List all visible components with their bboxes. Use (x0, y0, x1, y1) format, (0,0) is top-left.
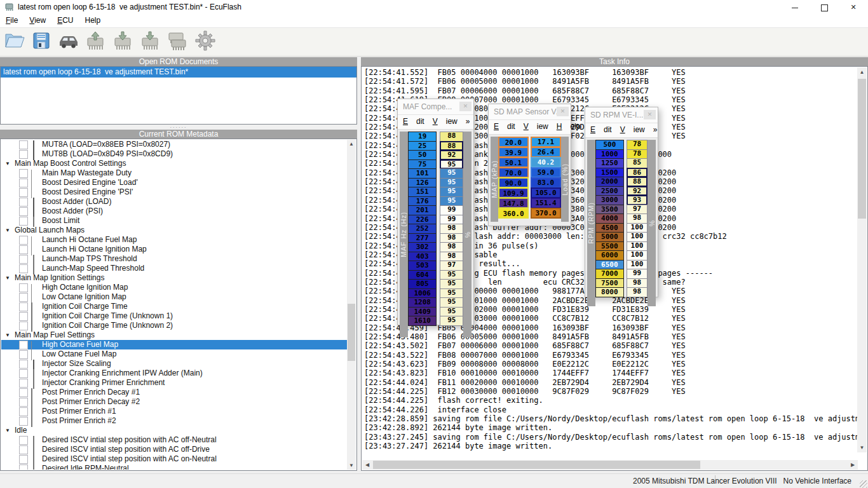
collapse-triangle-icon[interactable]: ▼ (5, 226, 10, 235)
tree-item-injector-size-scaling[interactable]: Injector Size Scaling (1, 359, 348, 369)
axis-cell[interactable]: 75 (408, 159, 437, 170)
tree-group-main-map-boost-control-settings[interactable]: ▼Main Map Boost Control Settings (1, 159, 348, 168)
axis-cell[interactable]: 151 (408, 187, 437, 197)
value-cell[interactable]: 88 (440, 141, 463, 151)
tree-item-checkbox[interactable] (19, 350, 28, 359)
value-cell[interactable]: 95 (440, 178, 463, 188)
close-icon[interactable]: ✕ (459, 102, 471, 111)
axis-cell[interactable]: 604 (408, 270, 437, 280)
collapse-triangle-icon[interactable]: ▼ (5, 330, 10, 340)
toolbar-vehicle-button[interactable] (56, 29, 81, 53)
tree-item-post-primer-enrich-2[interactable]: Post Primer Enrich #2 (1, 416, 348, 426)
axis-cell[interactable]: 252 (408, 224, 437, 234)
axis-cell[interactable]: 805 (408, 279, 437, 289)
tree-item-checkbox[interactable] (19, 188, 28, 197)
tree-item-checkbox[interactable] (19, 207, 28, 216)
menu-help[interactable]: Help (557, 122, 581, 131)
axis-cell[interactable]: 8000 (595, 287, 624, 297)
tree-item-post-primer-enrich-decay-1[interactable]: Post Primer Enrich Decay #1 (1, 388, 348, 397)
open-rom-documents-list[interactable]: latest rom open loop 6-15-18 ve adjustme… (0, 66, 357, 125)
axis-cell[interactable]: 6000 (595, 250, 624, 261)
tool-window-title[interactable]: MAF Compe...✕ (398, 99, 473, 115)
value-cell[interactable]: 97 (627, 205, 648, 215)
tree-item-boost-desired-engine-load-[interactable]: Boost Desired Engine 'Load' (1, 178, 348, 187)
tool-window-map[interactable]: SD MAP Sensor V...✕EditViewHelpMAP (kPa)… (488, 104, 571, 226)
scroll-down-icon[interactable]: ▼ (857, 445, 867, 451)
tool-window-title[interactable]: SD MAP Sensor V...✕ (489, 104, 571, 120)
menu-edit[interactable]: Edit (403, 117, 424, 126)
tree-item-post-primer-enrich-1[interactable]: Post Primer Enrich #1 (1, 407, 348, 416)
tree-item-checkbox[interactable] (19, 283, 28, 292)
tree-item-checkbox[interactable] (19, 341, 28, 349)
axis-cell[interactable]: 5000 (595, 232, 624, 242)
value-cell[interactable]: 98 (440, 224, 463, 234)
tree-item-launch-map-tps-threshold[interactable]: Launch-Map TPS Threshold (1, 254, 348, 264)
value-cell[interactable]: 88 (440, 132, 463, 142)
axis-cell[interactable]: 7500 (595, 278, 624, 288)
value-cell[interactable]: 98 (440, 242, 463, 252)
axis-cell[interactable]: 2500 (595, 186, 624, 196)
value-cell[interactable]: 370.0 (531, 208, 561, 219)
close-icon[interactable]: ✕ (644, 110, 656, 119)
axis-cell[interactable]: 70.0 (498, 167, 529, 178)
axis-cell[interactable]: 19 (408, 132, 437, 142)
tree-scrollbar-thumb[interactable] (348, 304, 355, 361)
toolbar-compare-ecu-button[interactable] (165, 29, 191, 53)
tree-item-mut8b-load-0x8d49-psi-0x8cd9-[interactable]: MUT8B (LOAD=0x8D49 PSI=0x8CD9) (1, 149, 348, 159)
value-cell[interactable]: 95 (440, 297, 463, 308)
menu-view[interactable]: View (524, 122, 548, 131)
menu-edit[interactable]: Edit (590, 125, 612, 134)
axis-cell[interactable]: 126 (408, 178, 437, 188)
value-cell[interactable]: 99 (627, 269, 648, 279)
menu-view[interactable]: View (433, 117, 458, 126)
value-cell[interactable]: 83.0 (531, 177, 561, 188)
value-cell[interactable]: 100 (627, 260, 648, 270)
axis-cell[interactable]: 3500 (595, 205, 624, 215)
tree-item-ignition-coil-charge-time-unknown-1-[interactable]: Ignition Coil Charge Time (Unknown 1) (1, 311, 348, 321)
axis-cell[interactable]: 90.0 (498, 177, 529, 188)
axis-cell[interactable]: 1500 (595, 168, 624, 178)
value-cell[interactable]: 100 (627, 232, 648, 242)
menu-edit[interactable]: Edit (494, 122, 515, 131)
tree-group-main-map-fuel-settings[interactable]: ▼Main Map Fuel Settings (1, 330, 348, 340)
collapse-triangle-icon[interactable]: ▼ (5, 273, 10, 283)
axis-cell[interactable]: 101 (408, 168, 437, 179)
tree-item-desired-idle-rpm-neutral[interactable]: Desired Idle RPM-Neutral (1, 464, 348, 470)
tree-group-idle[interactable]: ▼Idle (1, 426, 348, 435)
menu-file[interactable]: File (0, 14, 24, 25)
value-cell[interactable]: 97 (440, 261, 463, 271)
scroll-up-icon[interactable]: ▲ (857, 69, 867, 75)
value-cell[interactable]: 95 (440, 159, 463, 170)
tree-item-checkbox[interactable] (19, 379, 28, 388)
axis-cell[interactable]: 1208 (408, 297, 437, 308)
value-cell[interactable]: 100 (627, 223, 648, 233)
value-cell[interactable]: 40.2 (531, 157, 561, 168)
axis-cell[interactable]: 201 (408, 205, 437, 215)
axis-cell[interactable]: 4000 (595, 214, 624, 224)
close-icon[interactable]: ✕ (557, 107, 569, 116)
tree-item-checkbox[interactable] (19, 245, 28, 254)
tree-item-checkbox[interactable] (19, 436, 28, 445)
value-cell[interactable]: 95 (440, 288, 463, 299)
value-cell[interactable]: 92 (627, 186, 648, 196)
log-hscrollbar[interactable]: ◀ ▶ (362, 460, 858, 470)
tree-item-checkbox[interactable] (19, 198, 28, 207)
value-cell[interactable]: 105.0 (531, 187, 561, 198)
axis-cell[interactable]: 50 (408, 150, 437, 160)
axis-cell[interactable]: 50.1 (498, 157, 529, 168)
value-cell[interactable]: 59.0 (531, 167, 561, 178)
value-cell[interactable]: 78 (627, 149, 648, 159)
rom-metadata-tree[interactable]: MUT8A (LOAD=0x88EB PSI=0x8027)MUT8B (LOA… (1, 140, 348, 470)
scroll-right-icon[interactable]: ▶ (850, 462, 856, 468)
axis-cell[interactable]: 20.0 (498, 137, 529, 147)
value-cell[interactable]: 98 (627, 287, 648, 297)
tree-item-boost-desired-engine-psi-[interactable]: Boost Desired Engine 'PSI' (1, 187, 348, 197)
toolbar-test-write-ecu-button[interactable] (138, 29, 163, 53)
tree-item-checkbox[interactable] (19, 312, 28, 321)
axis-cell[interactable]: 2000 (595, 177, 624, 187)
value-cell[interactable]: 88 (627, 177, 648, 187)
toolbar-settings-button[interactable] (193, 29, 218, 53)
value-cell[interactable]: 98 (627, 214, 648, 224)
axis-cell[interactable]: 277 (408, 233, 437, 243)
tree-item-boost-adder-psi-[interactable]: Boost Adder (PSI) (1, 207, 348, 216)
